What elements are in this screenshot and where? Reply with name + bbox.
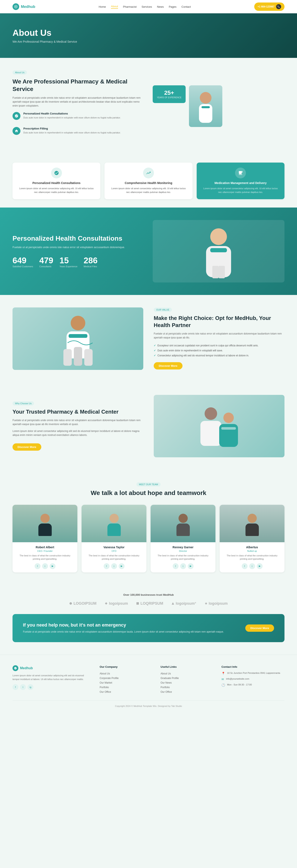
footer-logo-icon [12, 665, 18, 671]
feature-consultations: Personalized Health Consultations Duis a… [12, 112, 144, 124]
service3-title: Medication Management and Delivery [202, 181, 279, 185]
footer-twitter[interactable]: t [20, 684, 26, 690]
member0-twitter[interactable]: t [42, 563, 48, 569]
member2-twitter[interactable]: t [180, 563, 186, 569]
emergency-heading: If you need help now, but it's not an em… [23, 622, 224, 628]
nav-about[interactable]: About [111, 5, 118, 9]
value-cta-button[interactable]: Discover More [154, 362, 183, 369]
footer-useful-0[interactable]: About Us [161, 671, 213, 676]
service3-icon [235, 167, 246, 178]
member0-name: Robert Albert [16, 546, 74, 549]
nav-pharmacist[interactable]: Pharmacist [123, 5, 137, 8]
footer-about-text: Lorem ipsum dolor sit amet consectetur a… [12, 674, 91, 681]
svg-point-21 [109, 514, 119, 523]
trusted-heading: Your Trusted Pharmacy & Medical Center [12, 408, 143, 415]
member3-youtube[interactable]: ▶ [257, 563, 263, 569]
footer-company-2[interactable]: Our Market [100, 680, 152, 685]
value-image [12, 307, 143, 370]
logo-item-4: logoipsum [205, 601, 228, 606]
service3-desc: Lorem ipsum dolor sit amet consectetur a… [202, 187, 279, 194]
footer-address: 📍 10 Sc Junction Port Penstantios 0941 L… [221, 671, 285, 675]
member3-twitter[interactable]: t [249, 563, 255, 569]
trusted-body1: Fuetate ut at perspiciatis unde omnis is… [12, 418, 143, 426]
team-heading: We talk a lot about hope and teamwork [12, 489, 285, 496]
stats-numbers: 649 Satisfied Customers 479 Consultants … [12, 256, 144, 268]
member0-facebook[interactable]: f [35, 563, 40, 569]
member1-youtube[interactable]: ▶ [119, 563, 125, 569]
footer-contact: Contact Info 📍 10 Sc Junction Port Penst… [221, 665, 285, 694]
member2-desc: The best in class of what the constructi… [154, 554, 212, 561]
hero-section: About Us We Are Professional Pharmacy & … [0, 13, 297, 58]
emergency-banner: If you need help now, but it's not an em… [12, 614, 285, 642]
svg-marker-29 [172, 602, 174, 605]
footer-useful-3[interactable]: Portfolio [161, 685, 213, 690]
service1-desc: Lorem ipsum dolor sit amet consectetur a… [18, 187, 95, 194]
footer-company: Our Company About Us Corporate Profile O… [100, 665, 152, 694]
footer-instagram[interactable]: ig [28, 684, 33, 690]
value-section: OUR VALUE Make the Right Choice: Opt for… [0, 295, 297, 382]
svg-rect-15 [200, 421, 221, 446]
svg-rect-7 [219, 266, 225, 278]
svg-rect-20 [38, 524, 52, 536]
footer-address-text: 10 Sc Junction Port Penstantios 0941 Lap… [227, 671, 280, 675]
logo-icon [12, 3, 19, 10]
consultations-icon [12, 112, 21, 120]
stat-consultants: 479 Consultants [39, 256, 53, 268]
team-grid: Robert Albert CEO / Founder The best in … [12, 505, 285, 572]
team-card-3: Albertus Nulled up The best in class of … [220, 505, 285, 572]
footer-company-1[interactable]: Corporate Profile [100, 676, 152, 680]
feature1-title: Personalized Health Consultations [23, 112, 121, 115]
member3-facebook[interactable]: f [242, 563, 248, 569]
member1-facebook[interactable]: f [104, 563, 109, 569]
footer-contact-heading: Contact Info [221, 665, 285, 669]
logo[interactable]: Medhub [12, 3, 35, 10]
footer-email-text: info@yourwebsite.com [226, 677, 249, 681]
team-photo-3 [220, 505, 285, 542]
svg-rect-6 [212, 266, 219, 278]
value-body: Fuetate ut at perspiciatis unde omnis is… [154, 332, 285, 340]
stats-left: Personalized Health Consultations Fuetat… [12, 235, 144, 268]
footer-company-4[interactable]: Our Office [100, 690, 152, 694]
footer-useful-1[interactable]: Graduate Profile [161, 676, 213, 680]
nav-news[interactable]: News [157, 5, 164, 8]
footer-useful-heading: Useful Links [161, 665, 213, 669]
footer-company-0[interactable]: About Us [100, 671, 152, 676]
about-body: Fuetate ut at perspiciatis unde omnis is… [12, 96, 144, 108]
nav-home[interactable]: Home [99, 5, 106, 8]
svg-rect-10 [69, 334, 87, 338]
member2-facebook[interactable]: f [173, 563, 179, 569]
member0-desc: The best in class of what the constructi… [16, 554, 74, 561]
emergency-cta-button[interactable]: Discover More [245, 624, 274, 632]
value-list-item-1: Duis aute enim dolor in reprehenderit in… [154, 348, 285, 353]
team-photo-2 [151, 505, 215, 542]
svg-rect-22 [107, 524, 121, 536]
logo-item-2: LOQRIPSUM [136, 601, 163, 606]
value-content: OUR VALUE Make the Right Choice: Opt for… [154, 308, 285, 369]
svg-point-16 [223, 412, 234, 423]
free-consultation-button[interactable]: +1 664-123987 [254, 2, 285, 11]
stat-num-3: 286 [84, 256, 98, 265]
footer-facebook[interactable]: f [12, 684, 18, 690]
member2-youtube[interactable]: ▶ [188, 563, 193, 569]
nav-services[interactable]: Services [142, 5, 152, 8]
member1-twitter[interactable]: t [111, 563, 117, 569]
trusted-section: Why Choose Us Your Trusted Pharmacy & Me… [0, 382, 297, 470]
footer-useful-4[interactable]: Our Office [161, 690, 213, 694]
member2-role: Director [154, 550, 212, 552]
member1-name: Vanessa Taylor [85, 546, 143, 549]
footer-copyright: Copyright 2024 © MedHub Template Wix. De… [12, 705, 285, 707]
about-tag: About Us [12, 70, 27, 74]
nav-contact[interactable]: Contact [182, 5, 191, 8]
stat-label-1: Consultants [39, 265, 53, 268]
member0-youtube[interactable]: ▶ [50, 563, 55, 569]
trusted-cta-button[interactable]: Discover More [12, 443, 41, 451]
footer-useful-2[interactable]: Our News [161, 680, 213, 685]
footer: Medhub Lorem ipsum dolor sit amet consec… [0, 655, 297, 711]
service2-title: Comprehensive Health Monitoring [109, 181, 187, 185]
nav-pages[interactable]: Pages [169, 5, 177, 8]
nav-links: Home About Pharmacist Services News Page… [99, 5, 191, 9]
trusted-tag: Why Choose Us [12, 401, 34, 405]
footer-company-3[interactable]: Portfolio [100, 685, 152, 690]
value-heading: Make the Right Choice: Opt for MedHub, Y… [154, 315, 285, 329]
emergency-text: If you need help now, but it's not an em… [23, 622, 224, 634]
